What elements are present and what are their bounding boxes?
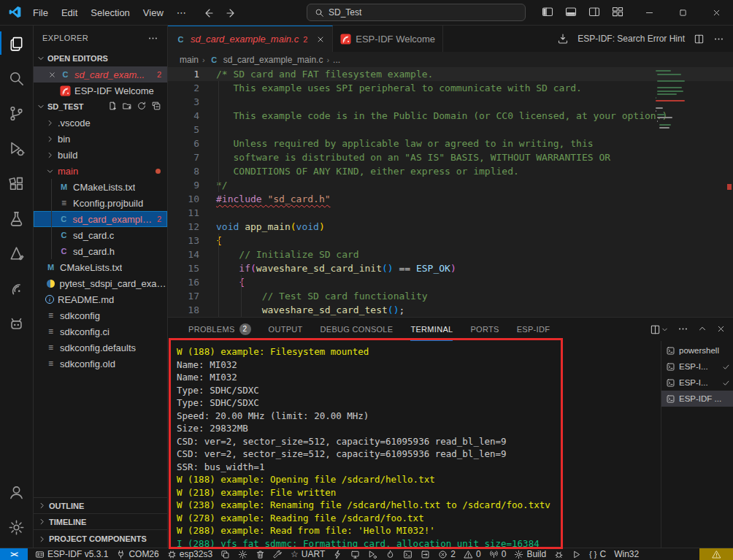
status-language-mode[interactable]: { }C [589,549,606,559]
activity-esp-idf-explorer[interactable] [0,236,33,271]
terminal-tab-esp-i[interactable]: ESP-I... [661,375,733,391]
terminal-output[interactable]: W (188) example: Filesystem mountedName:… [168,341,661,548]
status-monitor-device[interactable] [350,550,360,559]
toggle-secondary-sidebar[interactable] [588,6,600,20]
breadcrumb-item-main[interactable]: main [180,55,199,65]
open-editors-header[interactable]: OPEN EDITORS [34,50,167,66]
terminal-tab-esp-idf[interactable]: ESP-IDF ... [661,391,733,407]
toggle-sidebar[interactable] [542,6,553,20]
tree-item-sdkconfig[interactable]: ≡sdkconfig [34,307,167,323]
menu-selection[interactable]: Selection [84,4,136,21]
status-debug-task[interactable] [554,550,564,559]
tree-item-main[interactable]: main [34,163,167,179]
status-esp-idf-version[interactable]: ESP-IDF v5.3.1 [35,549,108,559]
breadcrumb-item-sd-card-example-main-c[interactable]: sd_card_example_main.c [223,55,323,65]
status-device-target[interactable]: esp32s3 [167,549,212,559]
tree-item-sdkconfig-ci[interactable]: ≡sdkconfig.ci [34,323,167,340]
status-flash-method[interactable]: ☆UART [291,549,325,559]
activity-espressif[interactable] [0,271,33,306]
activity-settings[interactable] [0,510,33,545]
collapse-folders[interactable] [151,101,161,112]
more-actions-icon[interactable] [713,34,724,45]
new-file[interactable] [107,101,118,112]
open-editor-esp-idf-welcome[interactable]: ESP-IDF Welcome [34,83,167,99]
tree-item-sd-card-h[interactable]: Csd_card.h [34,243,167,259]
new-folder[interactable] [122,101,132,112]
section-timeline[interactable]: TIMELINE [34,513,167,529]
back-arrow-icon[interactable] [203,7,215,19]
panel-tab-output[interactable]: OUTPUT [269,318,303,341]
status-full-clean[interactable] [256,550,265,559]
customize-layout[interactable] [612,6,623,20]
terminal-tab-powershell[interactable]: powershell [661,342,733,358]
menu-view[interactable]: View [137,4,170,21]
status-serial-port[interactable]: COM26 [116,549,158,559]
status-problems-errors[interactable]: 2 [438,549,456,559]
search-box[interactable]: SD_Test [307,4,526,21]
tree-item-sdkconfig-defaults[interactable]: ≡sdkconfig.defaults [34,340,167,356]
split-editor-icon[interactable] [694,34,705,45]
menu-file[interactable]: File [26,4,55,21]
section-project-components[interactable]: PROJECT COMPONENTS [34,529,167,548]
menu-edit[interactable]: Edit [55,4,84,21]
status-build-project[interactable] [273,550,283,559]
forward-arrow-icon[interactable] [225,7,237,19]
status-flash-device[interactable] [333,550,342,559]
minimize-button[interactable] [632,0,666,26]
terminal-tab-esp-i[interactable]: ESP-I... [661,358,733,375]
panel-tab-debug-console[interactable]: DEBUG CONSOLE [321,318,394,341]
open-editor-sd-card-exam[interactable]: Csd_card_exam...2 [34,66,167,83]
activity-accounts[interactable] [0,475,33,510]
more-actions-icon[interactable] [147,33,158,44]
activity-run-and-debug[interactable] [0,131,33,166]
panel-tab-terminal[interactable]: TERMINAL [410,318,453,341]
tree-item-sdkconfig-old[interactable]: ≡sdkconfig.old [34,356,167,372]
activity-search[interactable] [0,61,33,96]
tree-item-kconfig-projbuild[interactable]: ≡Kconfig.projbuild [34,195,167,211]
esp-idf-hint[interactable]: ESP-IDF: Search Error Hint [577,34,685,44]
status-platform[interactable]: Win32 [614,549,639,559]
panel-tab-problems[interactable]: PROBLEMS2 [188,318,251,341]
status-commands[interactable] [421,550,430,559]
close-button[interactable] [699,0,733,26]
status-sdk-configuration[interactable] [238,550,247,559]
tree-item-bin[interactable]: bin [34,131,167,147]
tree-item-cmakelists-txt[interactable]: MCMakeLists.txt [34,179,167,195]
activity-source-control[interactable] [0,96,33,131]
breadcrumb-item-item[interactable]: ... [333,55,340,65]
split-terminal-button[interactable] [650,324,669,335]
status-run-task[interactable] [572,550,581,559]
status-build-flash-monitor[interactable] [385,550,395,559]
tree-item-build[interactable]: build [34,147,167,163]
close-icon[interactable] [316,35,325,44]
status-problems-warnings[interactable]: 0 [464,549,481,559]
close-panel-button[interactable] [716,324,726,335]
panel-tab-esp-idf[interactable]: ESP-IDF [517,318,550,341]
maximize-button[interactable] [666,0,699,26]
tree-item-vscode[interactable]: .vscode [34,115,167,131]
tree-item-sd-card-c[interactable]: Csd_card.c [34,227,167,243]
tab-sd-card-example-main-c[interactable]: Csd_card_example_main.c2 [168,26,333,52]
status-ports-count[interactable]: 0 [489,549,507,559]
status-debug[interactable] [368,550,377,559]
remote-indicator[interactable]: >< [0,548,28,560]
tree-item-pytest-sdspi-card-exam[interactable]: pytest_sdspi_card_exam... [34,275,167,291]
activity-chat-bot[interactable] [0,306,33,341]
section-outline[interactable]: OUTLINE [34,497,167,513]
panel-more-button[interactable] [678,323,688,336]
panel-tab-ports[interactable]: PORTS [470,318,499,341]
status-open-terminal[interactable] [403,550,412,559]
toggle-panel[interactable] [565,6,577,20]
activity-extensions[interactable] [0,166,33,201]
install-extension-icon[interactable] [557,33,569,45]
minimap[interactable] [656,69,686,156]
tree-item-cmakelists-txt[interactable]: MCMakeLists.txt [34,259,167,275]
activity-testing[interactable] [0,201,33,236]
notification-warning-badge[interactable] [699,548,733,560]
menu-item[interactable]: ⋯ [170,4,193,21]
tree-item-readme-md[interactable]: iREADME.md [34,291,167,307]
tab-esp-idf-welcome[interactable]: ESP-IDF Welcome [333,26,443,52]
status-build-task[interactable]: Build [514,549,546,559]
code-editor[interactable]: 1/* SD card and FAT filesystem example.2… [168,67,733,317]
close-icon[interactable] [48,71,56,79]
